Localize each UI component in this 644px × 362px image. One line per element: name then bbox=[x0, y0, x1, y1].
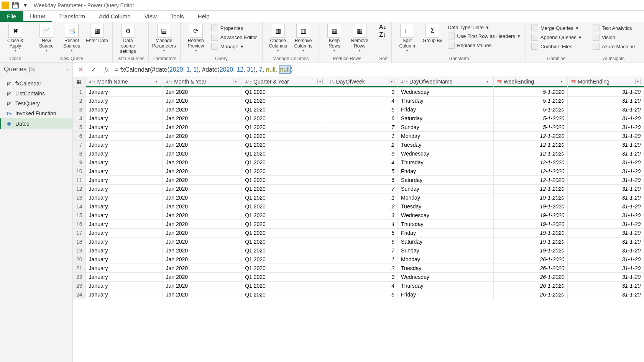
cell[interactable]: January bbox=[85, 167, 163, 176]
row-number[interactable]: 3 bbox=[73, 105, 86, 114]
cell[interactable]: January bbox=[85, 220, 163, 229]
cell[interactable]: Saturday bbox=[398, 176, 494, 185]
remove-columns-button[interactable]: ▥Remove Columns▾ bbox=[292, 24, 315, 52]
cell[interactable]: Q1 2020 bbox=[242, 149, 326, 158]
column-filter-dropdown[interactable]: ▾ bbox=[154, 79, 159, 84]
cell[interactable]: January bbox=[85, 282, 163, 290]
table-row[interactable]: 10JanuaryJan 2020Q1 20205Friday12-1-2020… bbox=[73, 167, 644, 176]
text-analytics-button[interactable]: Text Analytics bbox=[591, 24, 637, 32]
cell[interactable]: January bbox=[85, 185, 163, 193]
cell[interactable]: January bbox=[85, 105, 163, 114]
cell[interactable]: Q1 2020 bbox=[242, 264, 326, 273]
menu-transform[interactable]: Transform bbox=[52, 11, 92, 22]
cell[interactable]: Q1 2020 bbox=[242, 158, 326, 167]
save-icon[interactable]: 💾 bbox=[12, 2, 19, 9]
table-row[interactable]: 7JanuaryJan 2020Q1 20202Tuesday12-1-2020… bbox=[73, 141, 644, 149]
group-by-button[interactable]: ΣGroup By bbox=[421, 24, 444, 44]
formula-input[interactable]: = fxCalendar(#date(2020, 1, 1), #date(20… bbox=[115, 66, 293, 73]
cell[interactable]: 12-1-2020 bbox=[493, 176, 568, 185]
row-number[interactable]: 20 bbox=[73, 255, 86, 264]
query-item-dates[interactable]: ▦Dates bbox=[0, 118, 72, 129]
cell[interactable]: Q1 2020 bbox=[242, 193, 326, 202]
row-number[interactable]: 18 bbox=[73, 238, 86, 246]
cell[interactable]: 3 bbox=[326, 149, 398, 158]
formula-cancel-button[interactable]: ✕ bbox=[76, 65, 85, 74]
sort-asc-button[interactable]: A↓ bbox=[379, 24, 386, 31]
table-row[interactable]: 6JanuaryJan 2020Q1 20201Monday12-1-20203… bbox=[73, 132, 644, 141]
merge-queries-button[interactable]: Merge Queries ▾ bbox=[530, 24, 583, 32]
cell[interactable]: 4 bbox=[326, 282, 398, 290]
cell[interactable]: Q1 2020 bbox=[242, 88, 326, 97]
cell[interactable]: 6 bbox=[326, 176, 398, 185]
column-header-dayofweekname[interactable]: AᴮcDayOfWeekName▾ bbox=[398, 77, 494, 86]
cell[interactable]: Friday bbox=[398, 167, 494, 176]
cell[interactable]: 31-1-20 bbox=[568, 273, 644, 282]
sort-desc-button[interactable]: Z↓ bbox=[379, 31, 386, 38]
cell[interactable]: 5-1-2020 bbox=[493, 105, 568, 114]
cell[interactable]: Saturday bbox=[398, 238, 494, 246]
row-number[interactable]: 21 bbox=[73, 264, 86, 273]
cell[interactable]: 4 bbox=[326, 97, 398, 105]
row-number[interactable]: 2 bbox=[73, 97, 86, 105]
cell[interactable]: 2 bbox=[326, 264, 398, 273]
table-row[interactable]: 17JanuaryJan 2020Q1 20205Friday19-1-2020… bbox=[73, 229, 644, 238]
cell[interactable]: Thursday bbox=[398, 282, 494, 290]
cell[interactable]: Q1 2020 bbox=[242, 255, 326, 264]
manage-parameters-button[interactable]: ▤Manage Parameters▾ bbox=[153, 24, 176, 52]
cell[interactable]: 12-1-2020 bbox=[493, 167, 568, 176]
cell[interactable]: 19-1-2020 bbox=[493, 220, 568, 229]
row-number[interactable]: 16 bbox=[73, 220, 86, 229]
replace-values-button[interactable]: Replace Values bbox=[446, 41, 522, 49]
cell[interactable]: 2 bbox=[326, 202, 398, 211]
cell[interactable]: Jan 2020 bbox=[163, 229, 242, 238]
cell[interactable]: 31-1-20 bbox=[568, 176, 644, 185]
cell[interactable]: 31-1-20 bbox=[568, 255, 644, 264]
cell[interactable]: January bbox=[85, 88, 163, 97]
cell[interactable]: Q1 2020 bbox=[242, 123, 326, 132]
row-number[interactable]: 4 bbox=[73, 114, 86, 123]
row-number[interactable]: 12 bbox=[73, 185, 86, 193]
cell[interactable]: January bbox=[85, 123, 163, 132]
column-header-monthending[interactable]: 📅MonthEnding▾ bbox=[568, 77, 644, 86]
data-type-button[interactable]: Data Type: Date ▾ bbox=[446, 24, 522, 31]
cell[interactable]: Thursday bbox=[398, 97, 494, 105]
cell[interactable]: Jan 2020 bbox=[163, 141, 242, 149]
cell[interactable]: Jan 2020 bbox=[163, 176, 242, 185]
cell[interactable]: 5-1-2020 bbox=[493, 88, 568, 97]
cell[interactable]: 31-1-20 bbox=[568, 238, 644, 246]
cell[interactable]: Jan 2020 bbox=[163, 123, 242, 132]
cell[interactable]: 31-1-20 bbox=[568, 141, 644, 149]
cell[interactable]: 31-1-20 bbox=[568, 105, 644, 114]
cell[interactable]: Jan 2020 bbox=[163, 282, 242, 290]
cell[interactable]: January bbox=[85, 141, 163, 149]
cell[interactable]: 7 bbox=[326, 185, 398, 193]
cell[interactable]: 31-1-20 bbox=[568, 229, 644, 238]
cell[interactable]: 5-1-2020 bbox=[493, 123, 568, 132]
cell[interactable]: Jan 2020 bbox=[163, 290, 242, 299]
cell[interactable]: 1 bbox=[326, 132, 398, 141]
row-number-header[interactable]: ▦ bbox=[73, 77, 86, 86]
cell[interactable]: January bbox=[85, 114, 163, 123]
menu-home[interactable]: Home bbox=[23, 11, 52, 22]
cell[interactable]: Sunday bbox=[398, 123, 494, 132]
cell[interactable]: 5 bbox=[326, 105, 398, 114]
cell[interactable]: January bbox=[85, 238, 163, 246]
column-filter-dropdown[interactable]: ▾ bbox=[389, 79, 394, 84]
cell[interactable]: 31-1-20 bbox=[568, 132, 644, 141]
append-queries-button[interactable]: Append Queries ▾ bbox=[530, 33, 583, 41]
cell[interactable]: 26-1-2020 bbox=[493, 282, 568, 290]
cell[interactable]: 6 bbox=[326, 114, 398, 123]
cell[interactable]: Q1 2020 bbox=[242, 141, 326, 149]
query-item-invoked-function[interactable]: 1²₃Invoked Function bbox=[0, 108, 72, 118]
recent-sources-button[interactable]: 📑Recent Sources▾ bbox=[60, 24, 83, 52]
cell[interactable]: 2 bbox=[326, 141, 398, 149]
cell[interactable]: January bbox=[85, 149, 163, 158]
cell[interactable]: 31-1-20 bbox=[568, 88, 644, 97]
cell[interactable]: Jan 2020 bbox=[163, 273, 242, 282]
cell[interactable]: 3 bbox=[326, 88, 398, 97]
azure-ml-button[interactable]: Azure Machine bbox=[591, 42, 637, 51]
cell[interactable]: Q1 2020 bbox=[242, 105, 326, 114]
column-filter-dropdown[interactable]: ▾ bbox=[485, 79, 490, 84]
row-number[interactable]: 23 bbox=[73, 282, 86, 290]
vision-button[interactable]: Vision bbox=[591, 33, 637, 41]
